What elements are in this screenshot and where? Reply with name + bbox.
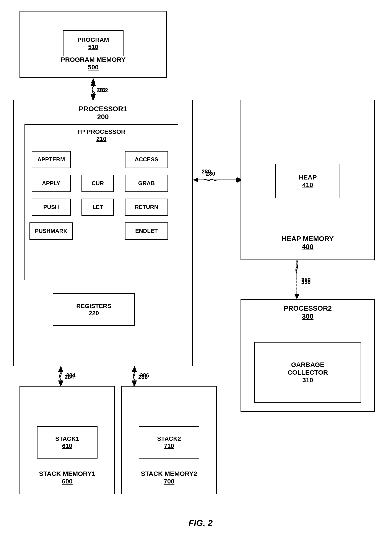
pushmark-label: PUSHMARK (35, 228, 67, 234)
program-memory-label: PROGRAM MEMORY (20, 56, 166, 64)
fp-processor-number: 210 (25, 136, 178, 142)
apply-label: APPLY (42, 180, 60, 187)
svg-marker-19 (132, 382, 136, 386)
label-280: 280 (202, 168, 211, 175)
stack1-number: 610 (62, 443, 72, 450)
let-label: LET (92, 204, 103, 211)
pushmark-box: PUSHMARK (29, 222, 73, 240)
appterm-box: APPTERM (32, 151, 71, 168)
svg-marker-11 (295, 295, 299, 299)
processor1-label: PROCESSOR1 (14, 105, 192, 113)
svg-marker-7 (236, 178, 240, 182)
endlet-box: ENDLET (125, 222, 168, 240)
appterm-label: APPTERM (37, 156, 65, 163)
stack2-inner-box: STACK2 710 (139, 426, 199, 459)
processor2-label: PROCESSOR2 (241, 304, 374, 312)
program-number: 510 (88, 43, 98, 50)
svg-text:280: 280 (206, 170, 215, 177)
stack-memory1-box: STACK1 610 STACK MEMORY1 600 (20, 386, 115, 494)
figure-label: FIG. 2 (188, 518, 213, 528)
wire-284 (59, 366, 62, 386)
grab-box: GRAB (125, 175, 168, 192)
stack-memory2-label: STACK MEMORY2 (122, 470, 216, 478)
program-inner-box: PROGRAM 510 (63, 30, 124, 56)
wire-282 (92, 80, 94, 100)
arrowhead-286-down (132, 380, 137, 386)
label-286: 286 (140, 372, 149, 379)
svg-text:286: 286 (138, 374, 148, 380)
arrowhead-350 (294, 294, 300, 299)
program-label: PROGRAM (77, 36, 109, 43)
heap-number: 410 (302, 181, 313, 189)
processor1-number: 200 (14, 113, 192, 121)
gc-box: GARBAGECOLLECTOR 310 (254, 342, 361, 403)
stack2-number: 710 (164, 443, 174, 450)
registers-label: REGISTERS (76, 303, 111, 310)
stack-memory1-label: STACK MEMORY1 (20, 470, 114, 478)
fp-processor-box: FP PROCESSOR 210 APPTERM APPLY PUSH PUSH… (25, 124, 178, 280)
heap-memory-box: HEAP 410 HEAP MEMORY 400 (241, 100, 375, 260)
grab-label: GRAB (138, 180, 155, 187)
stack-memory1-number: 600 (20, 478, 114, 485)
heap-inner-box: HEAP 410 (275, 164, 340, 198)
svg-marker-1 (91, 78, 95, 83)
processor1-box: PROCESSOR1 200 FP PROCESSOR 210 APPTERM … (13, 100, 193, 366)
registers-box: REGISTERS 220 (53, 293, 135, 326)
gc-number: 310 (302, 376, 313, 384)
processor2-box: PROCESSOR2 300 GARBAGECOLLECTOR 310 (241, 299, 375, 412)
registers-number: 220 (89, 310, 99, 317)
return-label: RETURN (135, 204, 158, 211)
stack1-inner-box: STACK1 610 (37, 426, 97, 459)
svg-text:284: 284 (64, 374, 74, 380)
label-350: 350 (301, 277, 311, 283)
label-282: 282 (99, 87, 108, 93)
arrowhead-284-up (58, 366, 63, 372)
wire-350 (296, 260, 298, 273)
program-memory-number: 500 (20, 64, 166, 71)
svg-marker-18 (132, 367, 136, 371)
endlet-label: ENDLET (135, 228, 158, 234)
program-memory-box: PROGRAM 510 PROGRAM MEMORY 500 (20, 11, 167, 78)
push-box: PUSH (32, 199, 71, 216)
access-label: ACCESS (135, 156, 158, 163)
heap-label: HEAP (299, 173, 317, 181)
stack-memory2-number: 700 (122, 478, 216, 485)
cur-label: CUR (92, 180, 104, 187)
let-box: LET (81, 199, 114, 216)
heap-memory-number: 400 (241, 243, 374, 251)
stack1-label: STACK1 (55, 435, 79, 443)
label-284: 284 (66, 372, 76, 379)
svg-marker-6 (193, 178, 198, 182)
svg-text:282: 282 (97, 87, 106, 93)
arrowhead-282-up (91, 80, 96, 86)
gc-label: GARBAGECOLLECTOR (288, 361, 328, 376)
wire-286 (133, 366, 135, 386)
arrowhead-286-up (132, 366, 137, 372)
svg-marker-15 (59, 382, 63, 386)
heap-memory-label: HEAP MEMORY (241, 235, 374, 243)
processor2-number: 300 (241, 312, 374, 320)
fp-processor-label: FP PROCESSOR (25, 128, 178, 136)
access-box: ACCESS (125, 151, 168, 168)
return-box: RETURN (125, 199, 168, 216)
arrowhead-282-down (91, 94, 96, 100)
svg-marker-14 (59, 367, 63, 371)
push-label: PUSH (43, 204, 59, 211)
stack2-label: STACK2 (157, 435, 181, 443)
svg-text:350: 350 (301, 279, 311, 285)
svg-marker-2 (91, 97, 95, 100)
apply-box: APPLY (32, 175, 71, 192)
arrowhead-284-down (58, 380, 63, 386)
cur-box: CUR (81, 175, 114, 192)
stack-memory2-box: STACK2 710 STACK MEMORY2 700 (121, 386, 217, 494)
diagram: 282 280 350 284 286 (0, 0, 392, 542)
